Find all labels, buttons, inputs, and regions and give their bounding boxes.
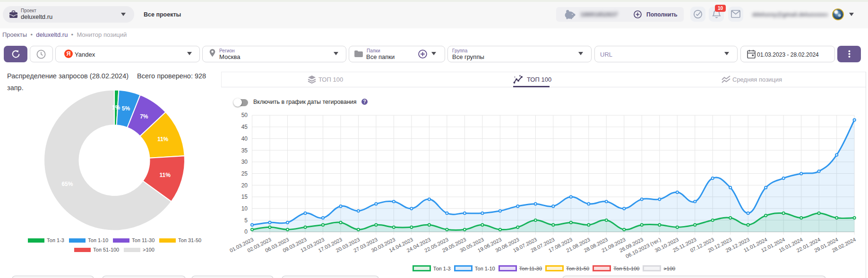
svg-text:20: 20 <box>241 182 248 189</box>
svg-text:0: 0 <box>244 228 248 235</box>
svg-text:25: 25 <box>241 170 248 177</box>
svg-text:40: 40 <box>241 135 248 142</box>
svg-text:35: 35 <box>241 147 248 154</box>
svg-text:50: 50 <box>241 112 248 118</box>
svg-text:15: 15 <box>241 194 248 200</box>
svg-text:30: 30 <box>241 159 248 165</box>
svg-text:45: 45 <box>241 124 248 130</box>
svg-text:10: 10 <box>241 205 248 212</box>
svg-text:5: 5 <box>244 217 248 224</box>
